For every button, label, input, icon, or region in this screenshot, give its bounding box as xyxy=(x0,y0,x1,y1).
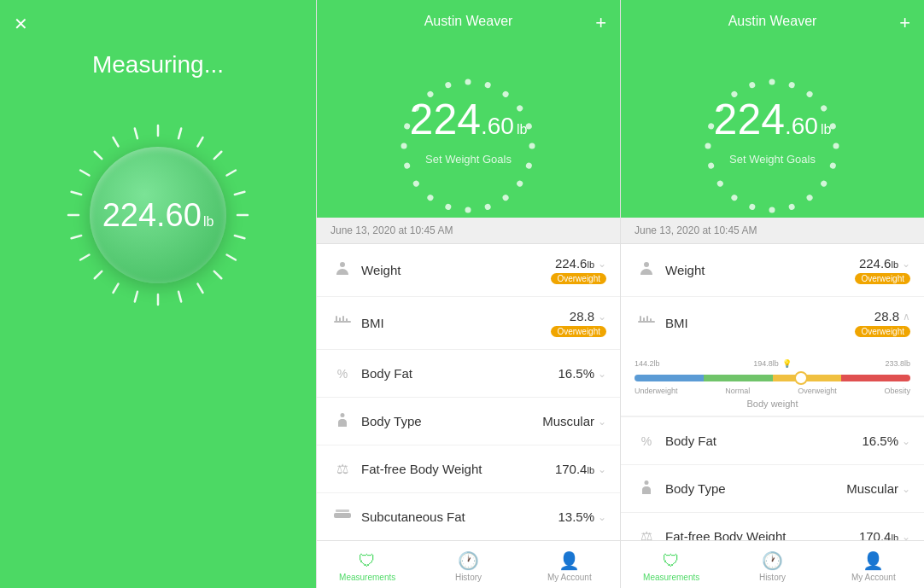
weight-unit-3: lb xyxy=(821,122,831,137)
svg-point-59 xyxy=(806,194,815,202)
svg-line-16 xyxy=(80,255,89,260)
bmi-seg-underweight xyxy=(635,375,704,381)
add-button-3[interactable]: + xyxy=(899,12,910,34)
svg-point-34 xyxy=(465,207,471,213)
bmi-row-top-3: BMI 28.8 ∧ Overweight xyxy=(621,297,924,349)
subcutfat-value: 13.5% ⌄ xyxy=(558,509,606,524)
measuring-panel: ✕ Measuring... xyxy=(0,0,316,588)
svg-point-57 xyxy=(829,162,837,170)
weight-icon-3 xyxy=(635,260,658,281)
svg-line-4 xyxy=(227,171,236,176)
bmi-value-wrap: 28.8 ⌄ Overweight xyxy=(551,309,606,337)
nav-history-2[interactable]: 🕐 History xyxy=(418,548,518,585)
nav-measurements-2[interactable]: 🛡 Measurements xyxy=(317,548,418,585)
add-button-2[interactable]: + xyxy=(595,12,606,34)
metric-row-bodytype-3[interactable]: Body Type Muscular ⌄ xyxy=(621,465,924,513)
metric-row-bmi-expanded[interactable]: BMI 28.8 ∧ Overweight 144.2lb 194.8lb 💡 … xyxy=(621,297,924,417)
bodyfat-value-wrap-3: 16.5% ⌄ xyxy=(862,434,910,448)
svg-line-2 xyxy=(198,137,203,146)
svg-line-5 xyxy=(235,192,245,195)
svg-point-39 xyxy=(401,143,407,149)
svg-rect-75 xyxy=(650,318,652,323)
bmi-marker xyxy=(794,371,808,385)
nav-measurements-icon-3: 🛡 xyxy=(663,551,680,571)
svg-line-13 xyxy=(135,292,137,302)
subcutfat-chevron: ⌄ xyxy=(598,511,606,523)
measuring-title: Measuring... xyxy=(92,51,224,79)
bodyfat-label: Body Fat xyxy=(361,366,558,381)
close-button[interactable]: ✕ xyxy=(14,14,28,34)
bodytype-val-text-3: Muscular xyxy=(846,481,898,496)
nav-account-2[interactable]: 👤 My Account xyxy=(519,548,620,585)
metric-row-subcutfat[interactable]: Subcutaneous Fat 13.5% ⌄ xyxy=(317,493,620,540)
weight-value: 224.6lb ⌄ xyxy=(555,256,606,271)
svg-rect-49 xyxy=(334,513,351,518)
svg-point-38 xyxy=(404,162,412,170)
svg-point-30 xyxy=(525,162,533,170)
svg-point-33 xyxy=(484,203,492,211)
svg-point-29 xyxy=(529,143,535,149)
fatfree-label: Fat-free Body Weight xyxy=(361,462,555,476)
subcutfat-label: Subcutaneous Fat xyxy=(361,509,558,524)
bmi-chart: 144.2lb 194.8lb 💡 233.8lb Underweight xyxy=(621,349,924,416)
svg-line-7 xyxy=(235,236,245,238)
metric-row-bmi[interactable]: BMI 28.8 ⌄ Overweight xyxy=(317,297,620,350)
nav-history-3[interactable]: 🕐 History xyxy=(722,548,822,585)
bodytype-value: Muscular ⌄ xyxy=(542,414,606,428)
svg-line-22 xyxy=(114,137,119,146)
svg-point-32 xyxy=(502,194,511,202)
data-panel-2: Austin Weaver + xyxy=(316,0,620,588)
bmi-icon-3 xyxy=(635,316,658,331)
metric-row-fatfree-3[interactable]: ⚖ Fat-free Body Weight 170.4lb ⌄ xyxy=(621,513,924,540)
subcutfat-value-wrap: 13.5% ⌄ xyxy=(558,509,606,524)
nav-account-3[interactable]: 👤 My Account xyxy=(823,548,924,585)
fatfree-value: 170.4lb ⌄ xyxy=(555,462,606,476)
fatfree-chevron-3: ⌄ xyxy=(902,531,910,541)
nav-account-label-3: My Account xyxy=(851,573,896,582)
bmi-icon xyxy=(330,316,354,331)
svg-rect-46 xyxy=(339,317,341,323)
svg-point-61 xyxy=(769,207,775,213)
nav-account-icon-3: 👤 xyxy=(863,550,884,571)
bmi-label-3: BMI xyxy=(665,316,855,330)
weight-main-2: 224 xyxy=(410,95,481,144)
svg-line-17 xyxy=(72,236,82,238)
nav-history-label-3: History xyxy=(759,573,786,582)
svg-rect-74 xyxy=(646,316,648,323)
metric-row-bodyfat-3[interactable]: % Body Fat 16.5% ⌄ xyxy=(621,417,924,465)
svg-point-65 xyxy=(708,162,716,170)
nav-account-icon-2: 👤 xyxy=(558,550,580,571)
metric-row-bodytype[interactable]: Body Type Muscular ⌄ xyxy=(317,398,620,445)
bodyfat-val-text: 16.5% xyxy=(558,366,594,381)
bmi-label-obesity: Obesity xyxy=(884,387,910,395)
weight-icon xyxy=(330,260,354,281)
metric-row-bodyfat[interactable]: % Body Fat 16.5% ⌄ xyxy=(317,350,620,398)
fatfree-icon: ⚖ xyxy=(330,461,354,477)
bodyfat-icon-3: % xyxy=(635,434,658,448)
metric-row-weight[interactable]: Weight 224.6lb ⌄ Overweight xyxy=(317,244,620,297)
metric-row-weight-3[interactable]: Weight 224.6lb ⌄ Overweight xyxy=(621,244,924,297)
bodyfat-value-3: 16.5% ⌄ xyxy=(862,434,910,448)
scale-weight-unit: lb xyxy=(203,214,213,230)
bodyfat-chevron-3: ⌄ xyxy=(902,435,910,447)
bmi-num-2: 194.8lb 💡 xyxy=(753,359,792,368)
bmi-chart-title: Body weight xyxy=(635,399,910,409)
date-bar-2: June 13, 2020 at 10:45 AM xyxy=(317,218,620,244)
metric-row-fatfree[interactable]: ⚖ Fat-free Body Weight 170.4lb ⌄ xyxy=(317,445,620,493)
bmi-badge-3: Overweight xyxy=(855,326,910,337)
svg-point-31 xyxy=(516,179,524,188)
bmi-value: 28.8 ⌄ xyxy=(570,309,606,323)
bodyfat-label-3: Body Fat xyxy=(665,434,862,448)
weight-badge-3: Overweight xyxy=(855,273,910,284)
scale-inner: 224.60 lb xyxy=(90,147,226,283)
svg-line-19 xyxy=(72,192,82,195)
bodytype-chevron: ⌄ xyxy=(598,416,606,428)
bmi-numbers: 144.2lb 194.8lb 💡 233.8lb xyxy=(635,359,910,368)
svg-point-58 xyxy=(820,179,828,188)
weight-main-3: 224 xyxy=(714,95,785,144)
data-header-2: Austin Weaver + xyxy=(317,0,620,218)
bmi-num-1: 144.2lb xyxy=(635,359,660,368)
bmi-badge: Overweight xyxy=(551,326,606,337)
nav-account-label-2: My Account xyxy=(547,573,592,582)
nav-measurements-3[interactable]: 🛡 Measurements xyxy=(621,548,722,585)
